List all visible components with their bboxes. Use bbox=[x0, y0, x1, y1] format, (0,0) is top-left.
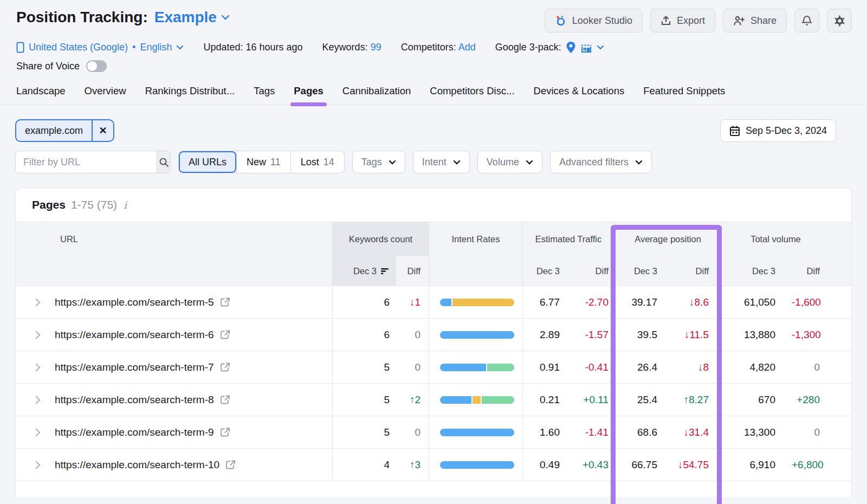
chevron-right-icon[interactable] bbox=[35, 331, 41, 339]
info-icon[interactable]: i bbox=[122, 199, 127, 211]
google-3-pack: Google 3-pack: bbox=[495, 41, 604, 54]
map-pin-icon[interactable] bbox=[566, 41, 576, 54]
external-link-icon[interactable] bbox=[226, 460, 235, 469]
tags-dropdown-label: Tags bbox=[361, 157, 382, 168]
export-button[interactable]: Export bbox=[650, 9, 715, 33]
external-link-icon[interactable] bbox=[221, 363, 230, 372]
column-header-intent-rates[interactable]: Intent Rates bbox=[429, 222, 522, 256]
external-link-icon[interactable] bbox=[221, 428, 230, 437]
local-pack-icon[interactable] bbox=[580, 42, 592, 53]
column-header-estimated-traffic[interactable]: Estimated Traffic bbox=[522, 222, 614, 256]
table-row[interactable]: https://example.com/search-term-7 5 0 0.… bbox=[16, 351, 851, 383]
table-row[interactable]: https://example.com/search-term-10 4 ↑3 … bbox=[16, 448, 851, 481]
total-volume-diff: +6,800 bbox=[792, 449, 855, 481]
total-volume-value: 61,050 bbox=[721, 286, 792, 318]
notifications-button[interactable] bbox=[794, 9, 819, 33]
table-row-partial bbox=[16, 481, 851, 497]
keywords-count-value: 5 bbox=[332, 384, 396, 416]
chevron-right-icon[interactable] bbox=[35, 298, 41, 307]
url-text: https://example.com/search-term-9 bbox=[55, 427, 214, 438]
new-count: 11 bbox=[270, 157, 281, 168]
subheader-et-dec3[interactable]: Dec 3 bbox=[522, 256, 579, 286]
tab-overview[interactable]: Overview bbox=[85, 85, 126, 105]
tab-rankings-distribution[interactable]: Rankings Distribut... bbox=[145, 85, 235, 105]
device-icon bbox=[16, 42, 24, 53]
chevron-down-icon bbox=[635, 160, 643, 165]
external-link-icon[interactable] bbox=[221, 395, 230, 404]
subheader-ap-dec3[interactable]: Dec 3 bbox=[614, 256, 674, 286]
share-button[interactable]: Share bbox=[723, 9, 787, 33]
table-row[interactable]: https://example.com/search-term-8 5 ↑2 0… bbox=[16, 383, 851, 416]
average-position-diff: ↓8 bbox=[674, 351, 721, 383]
project-selector[interactable]: Example bbox=[154, 9, 230, 26]
table-row[interactable]: https://example.com/search-term-5 6 ↓1 6… bbox=[16, 286, 851, 318]
table-row[interactable]: https://example.com/search-term-6 6 0 2.… bbox=[16, 318, 851, 351]
external-link-icon[interactable] bbox=[221, 298, 230, 307]
tab-featured-snippets[interactable]: Featured Snippets bbox=[643, 85, 725, 105]
subheader-tv-dec3[interactable]: Dec 3 bbox=[721, 256, 792, 286]
share-label: Share bbox=[750, 15, 777, 27]
chevron-right-icon[interactable] bbox=[35, 363, 41, 372]
search-button[interactable] bbox=[157, 151, 170, 173]
intent-rates-bar bbox=[440, 331, 514, 339]
tab-pages[interactable]: Pages bbox=[294, 85, 323, 105]
keywords-count-value: 5 bbox=[332, 416, 396, 448]
total-volume-value: 13,880 bbox=[721, 319, 792, 351]
external-link-icon[interactable] bbox=[221, 330, 230, 339]
column-header-keywords-count[interactable]: Keywords count bbox=[332, 222, 429, 256]
location-language-selector[interactable]: United States (Google) • English bbox=[16, 42, 184, 53]
lost-count: 14 bbox=[323, 157, 334, 168]
keywords-value-link[interactable]: 99 bbox=[371, 42, 381, 53]
close-icon[interactable]: ✕ bbox=[92, 120, 113, 141]
column-header-average-position[interactable]: Average position bbox=[614, 222, 721, 256]
tab-competitors-discovery[interactable]: Competitors Disc... bbox=[430, 85, 514, 105]
tab-landscape[interactable]: Landscape bbox=[16, 85, 66, 105]
segment-new[interactable]: New 11 bbox=[236, 151, 290, 173]
tab-tags[interactable]: Tags bbox=[254, 85, 275, 105]
subheader-kc-dec3[interactable]: Dec 3 bbox=[332, 256, 396, 286]
chevron-down-icon[interactable] bbox=[597, 45, 604, 50]
subheader-ap-diff[interactable]: Diff bbox=[674, 256, 721, 286]
export-icon bbox=[661, 15, 671, 26]
volume-dropdown[interactable]: Volume bbox=[477, 151, 542, 173]
competitors-add-link[interactable]: Add bbox=[458, 42, 476, 53]
chip-row: example.com ✕ Sep 5-Dec 3, 2024 bbox=[0, 105, 867, 142]
sort-desc-icon bbox=[381, 268, 390, 275]
intent-dropdown-label: Intent bbox=[422, 157, 447, 168]
url-filter-input[interactable] bbox=[16, 151, 157, 173]
segment-all-urls[interactable]: All URLs bbox=[179, 151, 236, 173]
table-row[interactable]: https://example.com/search-term-9 5 0 1.… bbox=[16, 416, 851, 448]
tab-cannibalization[interactable]: Cannibalization bbox=[342, 85, 411, 105]
advanced-filters-dropdown[interactable]: Advanced filters bbox=[550, 151, 652, 173]
tab-devices-locations[interactable]: Devices & Locations bbox=[534, 85, 625, 105]
average-position-value: 39.17 bbox=[614, 286, 674, 318]
looker-studio-button[interactable]: Looker Studio bbox=[545, 9, 643, 33]
keywords-count-value: 6 bbox=[332, 286, 396, 318]
estimated-traffic-value: 6.77 bbox=[522, 286, 579, 318]
domain-filter-chip[interactable]: example.com ✕ bbox=[15, 119, 114, 142]
share-of-voice-toggle[interactable] bbox=[86, 60, 107, 72]
looker-studio-label: Looker Studio bbox=[572, 15, 632, 27]
chevron-right-icon[interactable] bbox=[35, 396, 41, 404]
segment-lost[interactable]: Lost 14 bbox=[290, 151, 344, 173]
project-name: Example bbox=[154, 9, 217, 26]
settings-button[interactable] bbox=[827, 9, 852, 33]
total-volume-value: 4,820 bbox=[721, 351, 792, 383]
subheader-kc-diff[interactable]: Diff bbox=[396, 256, 429, 286]
share-of-voice-label: Share of Voice bbox=[16, 61, 80, 72]
table-range: 1-75 (75) bbox=[71, 198, 117, 211]
chevron-right-icon[interactable] bbox=[35, 461, 41, 469]
intent-rates-bar bbox=[440, 429, 514, 436]
subheader-et-diff[interactable]: Diff bbox=[579, 256, 614, 286]
tags-dropdown[interactable]: Tags bbox=[352, 151, 405, 173]
keywords-count: Keywords: 99 bbox=[322, 42, 381, 53]
subheader-tv-diff[interactable]: Diff bbox=[792, 256, 851, 286]
total-volume-value: 670 bbox=[721, 384, 792, 416]
column-header-url[interactable]: URL bbox=[16, 222, 332, 256]
intent-dropdown[interactable]: Intent bbox=[413, 151, 470, 173]
estimated-traffic-value: 2.89 bbox=[522, 319, 579, 351]
chevron-right-icon[interactable] bbox=[35, 428, 41, 437]
date-range-picker[interactable]: Sep 5-Dec 3, 2024 bbox=[720, 119, 836, 142]
chevron-down-icon bbox=[526, 160, 533, 165]
column-header-total-volume[interactable]: Total volume bbox=[721, 222, 851, 256]
